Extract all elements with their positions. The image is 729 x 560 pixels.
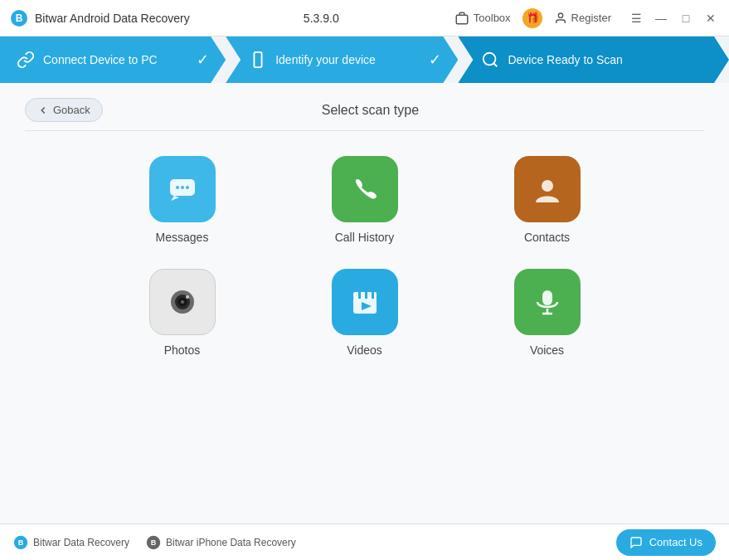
- maximize-button[interactable]: □: [678, 10, 694, 27]
- svg-point-6: [484, 53, 496, 66]
- svg-text:B: B: [151, 538, 157, 547]
- videos-icon: [347, 284, 383, 320]
- svg-point-18: [182, 301, 183, 303]
- footer-product1-label: Bitwar Data Recovery: [33, 537, 129, 548]
- user-icon: [554, 12, 567, 25]
- scan-icon: [481, 51, 499, 69]
- contact-us-button[interactable]: Contact Us: [616, 529, 716, 556]
- svg-rect-4: [255, 52, 262, 67]
- scan-grid: Messages Call History Contacts: [124, 156, 605, 357]
- app-version: 5.3.9.0: [304, 12, 339, 25]
- voices-icon-wrapper: [514, 269, 581, 335]
- svg-point-11: [186, 186, 189, 189]
- videos-icon-wrapper: [332, 269, 398, 335]
- toolbox-button[interactable]: Toolbox: [448, 7, 518, 29]
- app-logo-icon: B: [10, 9, 28, 27]
- toolbox-label: Toolbox: [474, 12, 511, 24]
- videos-label: Videos: [347, 343, 382, 357]
- footer-logo2-icon: B: [146, 535, 161, 550]
- photos-icon-wrapper: [149, 269, 216, 335]
- step-identify-label: Identify your device: [275, 53, 376, 66]
- footer-logo1-icon: B: [13, 535, 28, 550]
- content-area: Goback Select scan type Messages: [0, 83, 729, 523]
- step-ready: Device Ready to Scan: [458, 37, 729, 83]
- gift-button[interactable]: 🎁: [522, 8, 542, 28]
- menu-button[interactable]: ☰: [628, 10, 644, 27]
- step-connect-label: Connect Device to PC: [43, 53, 158, 66]
- svg-rect-21: [358, 292, 361, 299]
- scan-item-photos[interactable]: Photos: [124, 269, 241, 357]
- callhistory-icon: [347, 171, 383, 207]
- svg-line-7: [494, 63, 498, 66]
- photos-label: Photos: [164, 343, 201, 357]
- minimize-button[interactable]: —: [653, 10, 669, 27]
- step-connect: Connect Device to PC ✓: [0, 37, 226, 83]
- svg-point-12: [542, 180, 553, 192]
- scan-item-videos[interactable]: Videos: [307, 269, 423, 357]
- footer-product2-label: Bitwar iPhone Data Recovery: [166, 537, 296, 548]
- top-row: Goback Select scan type: [25, 83, 704, 130]
- app-title: Bitwar Android Data Recovery: [35, 12, 299, 25]
- contacts-label: Contacts: [524, 231, 570, 244]
- scan-item-voices[interactable]: Voices: [489, 269, 605, 357]
- svg-point-3: [558, 13, 562, 17]
- toolbox-icon: [454, 11, 469, 26]
- svg-rect-23: [372, 292, 374, 299]
- voices-label: Voices: [530, 343, 564, 357]
- svg-rect-25: [542, 290, 552, 305]
- svg-rect-2: [456, 15, 468, 24]
- svg-text:B: B: [18, 538, 24, 547]
- footer-product1[interactable]: B Bitwar Data Recovery: [13, 535, 129, 550]
- step-ready-label: Device Ready to Scan: [508, 53, 623, 66]
- svg-point-10: [181, 186, 184, 189]
- scan-item-contacts[interactable]: Contacts: [489, 156, 605, 244]
- chevron-left-icon: [37, 105, 49, 116]
- contacts-icon: [529, 171, 566, 207]
- scan-item-callhistory[interactable]: Call History: [307, 156, 423, 244]
- separator: [25, 130, 704, 131]
- goback-label: Goback: [53, 104, 90, 116]
- messages-icon-wrapper: [149, 156, 216, 222]
- device-icon: [249, 51, 267, 69]
- chat-icon: [629, 536, 643, 549]
- footer: B Bitwar Data Recovery B Bitwar iPhone D…: [0, 523, 729, 560]
- footer-product2[interactable]: B Bitwar iPhone Data Recovery: [146, 535, 296, 550]
- svg-point-9: [176, 186, 179, 189]
- register-label: Register: [571, 12, 611, 24]
- callhistory-icon-wrapper: [332, 156, 398, 222]
- messages-icon: [164, 171, 201, 207]
- svg-text:B: B: [16, 12, 23, 24]
- close-button[interactable]: ✕: [702, 10, 719, 27]
- contact-us-label: Contact Us: [649, 536, 702, 548]
- scan-type-title: Select scan type: [103, 103, 638, 118]
- title-bar: B Bitwar Android Data Recovery 5.3.9.0 T…: [0, 0, 729, 37]
- step-connect-check: ✓: [197, 51, 209, 69]
- progress-steps: Connect Device to PC ✓ Identify your dev…: [0, 37, 729, 83]
- scan-item-messages[interactable]: Messages: [124, 156, 241, 244]
- voices-icon: [529, 284, 566, 320]
- contacts-icon-wrapper: [514, 156, 581, 222]
- svg-rect-22: [365, 292, 367, 299]
- register-button[interactable]: Register: [547, 8, 618, 28]
- goback-button[interactable]: Goback: [25, 98, 103, 122]
- step-identify-check: ✓: [429, 51, 441, 69]
- messages-label: Messages: [156, 231, 209, 244]
- photos-icon: [164, 284, 201, 320]
- step-identify: Identify your device ✓: [226, 37, 458, 83]
- svg-point-17: [186, 295, 189, 299]
- link-icon: [17, 51, 35, 69]
- window-controls: ☰ — □ ✕: [628, 10, 719, 27]
- callhistory-label: Call History: [335, 231, 395, 244]
